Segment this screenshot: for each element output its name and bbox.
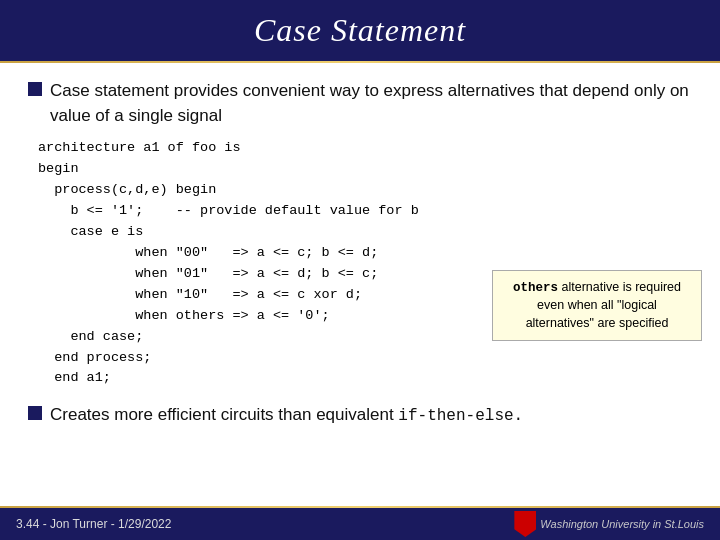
bullet-1-text: Case statement provides convenient way t… — [50, 79, 692, 128]
code-line-3: process(c,d,e) begin — [38, 180, 692, 201]
code-line-5: case e is — [38, 222, 692, 243]
code-line-12: end a1; — [38, 368, 692, 389]
wustl-name: Washington University in St.Louis — [540, 518, 704, 530]
code-block: architecture a1 of foo is begin process(… — [38, 138, 692, 389]
tooltip-code: others — [513, 281, 558, 295]
code-line-1: architecture a1 of foo is — [38, 138, 692, 159]
bullet-2-text: Creates more efficient circuits than equ… — [50, 403, 523, 428]
code-line-11: end process; — [38, 348, 692, 369]
footer-citation: 3.44 - Jon Turner - 1/29/2022 — [16, 517, 171, 531]
slide: Case Statement Case statement provides c… — [0, 0, 720, 540]
bullet-1-section: Case statement provides convenient way t… — [28, 79, 692, 128]
title-text: Case Statement — [254, 12, 466, 48]
content-area: Case statement provides convenient way t… — [0, 63, 720, 506]
wustl-logo: Washington University in St.Louis — [514, 511, 704, 537]
bullet-2-icon — [28, 406, 42, 420]
bullet-2-section: Creates more efficient circuits than equ… — [28, 403, 692, 428]
code-line-2: begin — [38, 159, 692, 180]
footer: 3.44 - Jon Turner - 1/29/2022 Washington… — [0, 508, 720, 540]
bullet-2-main: Creates more efficient circuits than equ… — [50, 405, 398, 424]
bullet-2-code: if-then-else. — [398, 407, 523, 425]
bullet-1-icon — [28, 82, 42, 96]
wustl-shield-icon — [514, 511, 536, 537]
code-line-4: b <= '1'; -- provide default value for b — [38, 201, 692, 222]
slide-title: Case Statement — [0, 0, 720, 61]
tooltip-box: others alternative is required even when… — [492, 270, 702, 342]
code-line-6: when "00" => a <= c; b <= d; — [38, 243, 692, 264]
